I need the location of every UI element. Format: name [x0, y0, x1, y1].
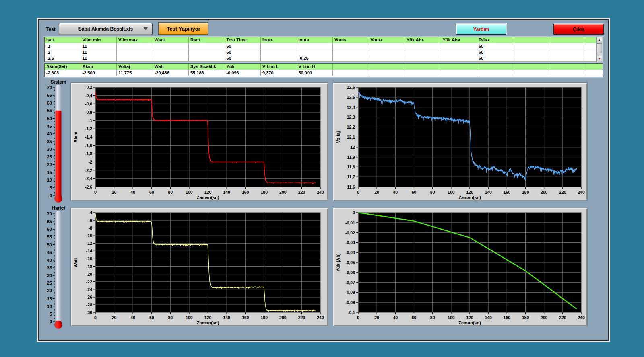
- table-cell[interactable]: 60: [225, 55, 261, 62]
- table-cell[interactable]: [297, 43, 333, 49]
- table-cell[interactable]: [441, 55, 477, 62]
- svg-text:0: 0: [50, 319, 52, 324]
- table-cell[interactable]: [117, 55, 153, 62]
- svg-text:45: 45: [47, 250, 52, 255]
- svg-text:80: 80: [168, 315, 173, 320]
- table-cell[interactable]: [405, 43, 441, 49]
- table-cell[interactable]: -2: [45, 49, 81, 55]
- exit-button[interactable]: Çıkış: [553, 24, 604, 35]
- svg-text:0: 0: [94, 315, 97, 320]
- test-status-button[interactable]: Test Yapılıyor: [159, 23, 208, 35]
- table-cell[interactable]: 60: [225, 49, 261, 55]
- svg-text:40: 40: [393, 315, 398, 320]
- table-cell[interactable]: [153, 43, 189, 49]
- svg-text:-0,04: -0,04: [345, 250, 355, 255]
- table-cell[interactable]: [261, 49, 297, 55]
- thermometer-harici: Harici0510152025303540455055606570: [42, 205, 68, 332]
- svg-text:-0,05: -0,05: [345, 260, 355, 265]
- table-header-cell: Sys Sıcaklık: [189, 64, 225, 70]
- svg-text:Zaman(sn): Zaman(sn): [197, 320, 219, 325]
- table-cell[interactable]: [261, 43, 297, 49]
- table-cell[interactable]: [297, 49, 333, 55]
- live-values-grid: Akım(Set)AkımVoltajWattSys SıcaklıkYükV …: [45, 64, 603, 77]
- svg-text:Zaman(sn): Zaman(sn): [458, 320, 481, 325]
- svg-text:240: 240: [317, 315, 324, 320]
- table-cell[interactable]: [117, 43, 153, 49]
- table-cell[interactable]: [549, 55, 585, 62]
- table-cell[interactable]: [117, 49, 153, 55]
- scroll-down-button[interactable]: ▼: [597, 56, 602, 62]
- table-cell[interactable]: [189, 43, 225, 49]
- table-cell[interactable]: [513, 55, 549, 62]
- table-cell[interactable]: [189, 49, 225, 55]
- table-cell[interactable]: [513, 49, 549, 55]
- table-cell[interactable]: [585, 43, 597, 49]
- table-cell[interactable]: 60: [477, 55, 513, 62]
- table-row: -1116060: [45, 43, 597, 49]
- table-cell[interactable]: [261, 55, 297, 62]
- table-cell[interactable]: 11: [81, 43, 117, 49]
- table-header-cell: Vlim max: [117, 37, 153, 43]
- table-cell[interactable]: 11: [81, 49, 117, 55]
- table-cell[interactable]: 60: [477, 49, 513, 55]
- svg-text:12,6: 12,6: [347, 85, 355, 90]
- table-cell[interactable]: [369, 55, 405, 62]
- setup-table-grid: IsetVlim minVlim maxWsetRsetTest TimeIou…: [45, 37, 597, 62]
- svg-text:12,5: 12,5: [347, 95, 355, 100]
- scroll-thumb[interactable]: [597, 43, 602, 53]
- svg-text:60: 60: [149, 315, 154, 320]
- table-cell: -2,603: [45, 70, 81, 76]
- svg-text:-28: -28: [86, 302, 92, 307]
- table-cell[interactable]: 11: [81, 55, 117, 62]
- svg-text:Sistem: Sistem: [50, 79, 66, 85]
- thermometer-sistem: Sistem0510152025303540455055606570: [42, 79, 68, 206]
- svg-text:-1,4: -1,4: [85, 135, 92, 140]
- svg-text:-10: -10: [86, 233, 92, 238]
- table-cell[interactable]: [405, 49, 441, 55]
- help-button[interactable]: Yardım: [456, 24, 506, 35]
- table-cell[interactable]: [441, 43, 477, 49]
- table-header-cell: [477, 64, 513, 70]
- table-cell[interactable]: 60: [225, 43, 261, 49]
- svg-text:160: 160: [504, 315, 511, 320]
- table-cell[interactable]: [585, 55, 597, 62]
- table-header-cell: Iout>: [297, 37, 333, 43]
- svg-text:35: 35: [47, 265, 52, 270]
- table-cell[interactable]: [441, 49, 477, 55]
- table-cell[interactable]: [585, 49, 597, 55]
- table-cell[interactable]: 60: [477, 43, 513, 49]
- svg-text:-1,6: -1,6: [85, 143, 92, 148]
- table-cell[interactable]: [153, 49, 189, 55]
- table-cell[interactable]: [369, 43, 405, 49]
- table-cell[interactable]: [333, 55, 369, 62]
- table-cell: [369, 70, 405, 76]
- table-cell[interactable]: [369, 49, 405, 55]
- test-file-dropdown[interactable]: Sabit Akımda Boşalt.xls: [59, 23, 153, 35]
- table-cell[interactable]: -2,5: [45, 55, 81, 62]
- table-cell[interactable]: -0,25: [297, 55, 333, 62]
- svg-text:20: 20: [112, 190, 117, 195]
- table-cell[interactable]: -1: [45, 43, 81, 49]
- table-cell[interactable]: [333, 49, 369, 55]
- svg-text:60: 60: [412, 315, 417, 320]
- svg-text:0: 0: [353, 210, 355, 215]
- svg-text:10: 10: [47, 178, 52, 183]
- svg-text:0: 0: [357, 315, 359, 320]
- table-cell[interactable]: [549, 49, 585, 55]
- table-cell: 50,000: [297, 70, 333, 76]
- table-header-cell: [549, 37, 585, 43]
- table-cell[interactable]: [153, 55, 189, 62]
- svg-text:-1: -1: [89, 118, 92, 123]
- table-cell[interactable]: [189, 55, 225, 62]
- table-cell[interactable]: [513, 43, 549, 49]
- scroll-up-button[interactable]: ▲: [597, 37, 602, 43]
- table-header-cell: Yük Ah<: [405, 37, 441, 43]
- table-cell[interactable]: [405, 55, 441, 62]
- svg-text:Voltaj: Voltaj: [336, 131, 341, 143]
- svg-text:100: 100: [448, 315, 455, 320]
- table-cell[interactable]: [549, 43, 585, 49]
- arrow-down-icon: ▼: [598, 57, 601, 61]
- status-button-bezel: Test Yapılıyor: [158, 22, 208, 35]
- table-cell[interactable]: [333, 43, 369, 49]
- setup-table-scrollbar[interactable]: ▲ ▼: [596, 37, 603, 62]
